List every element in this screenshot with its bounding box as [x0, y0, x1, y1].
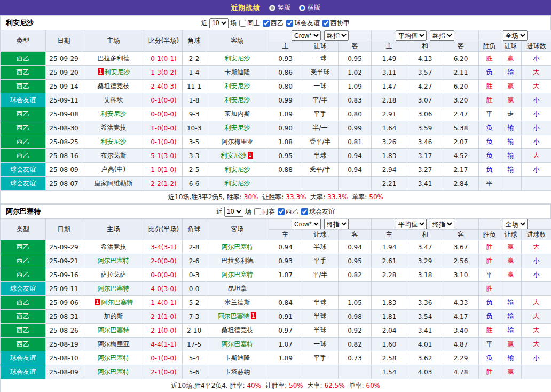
win-rate-value: 30% [244, 193, 258, 201]
home-team-name[interactable]: 阿尔梅里亚 [98, 340, 130, 348]
avg-draw-cell: 3.17 [407, 149, 443, 163]
filter-checkbox[interactable]: 球会友谊 [286, 19, 320, 28]
recent-count-select[interactable]: 10 [224, 207, 243, 217]
average-odds-group: 平均值终指 [372, 219, 479, 230]
away-team-name[interactable]: 卡塔赫纳 [225, 368, 250, 375]
odds-home-cell: 1.09 [269, 107, 302, 121]
radio-selected-icon[interactable] [299, 5, 305, 11]
odds-stage-select[interactable]: 终指 [324, 30, 349, 41]
away-team-name[interactable]: 桑坦德竞技 [222, 326, 254, 334]
home-team-name[interactable]: 阿尔巴塞特 [98, 257, 130, 264]
away-team-name[interactable]: 巴拉多利德 [222, 257, 254, 264]
home-team-name[interactable]: 阿尔巴塞特 [98, 368, 130, 375]
layout-radio-horizontal[interactable]: 横版 [299, 3, 320, 12]
filter-checkbox-input[interactable] [286, 20, 293, 27]
away-team-name[interactable]: 利安尼沙 [225, 82, 250, 90]
home-team-name[interactable]: 加的斯 [104, 312, 123, 320]
away-team-name[interactable]: 卡斯迪隆 [225, 68, 250, 76]
filter-checkbox-label: 同主 [247, 19, 260, 28]
odds-away-cell: 0.73 [339, 351, 372, 365]
team2-results-table: 类型 日期 主场 比分(半场) 角球 客场 Crow*终指 平均值终指 全场 主… [0, 218, 551, 392]
filter-checkbox[interactable]: 西乙 [263, 19, 284, 28]
odds-home-cell: 0.99 [269, 93, 302, 107]
away-team-name[interactable]: 利安尼沙 [225, 124, 250, 131]
home-team-name[interactable]: 皇家阿维勒斯 [95, 179, 133, 187]
corner-cell: 1-8 [183, 93, 206, 107]
away-team-name[interactable]: 米兰德斯 [225, 299, 250, 306]
average-select[interactable]: 平均值 [396, 30, 427, 41]
home-team-name[interactable]: 艾科坎 [104, 96, 123, 104]
odds-stage-select2[interactable]: 终指 [430, 30, 454, 41]
home-team-name[interactable]: 利安尼沙 [101, 138, 127, 145]
home-team-name[interactable]: 桑坦德竞技 [98, 82, 130, 90]
home-team-name[interactable]: 利安尼沙 [101, 110, 127, 117]
home-team-name[interactable]: 布尔戈斯 [101, 152, 127, 159]
away-team-name[interactable]: 昆坦拿 [228, 285, 247, 292]
odds-stage-select2[interactable]: 终指 [430, 219, 454, 229]
filter-checkbox[interactable]: 同赛 [254, 207, 275, 216]
home-team-name[interactable]: 阿尔巴塞特 [98, 326, 130, 334]
filter-checkbox[interactable]: 西乙 [278, 207, 298, 216]
filter-checkbox-input[interactable] [301, 208, 308, 215]
recent-count-select[interactable]: 10 [209, 18, 229, 28]
away-team-name[interactable]: 阿尔巴塞特 [222, 243, 254, 250]
odds-home-cell: 0.93 [269, 52, 302, 66]
filter-checkbox-input[interactable] [263, 20, 270, 27]
cover-cell: 输 [500, 149, 522, 163]
home-team-name[interactable]: 阿尔巴塞特 [98, 285, 130, 292]
home-team-name[interactable]: 阿尔巴塞特 [101, 299, 133, 306]
home-team-name[interactable]: 卢高(中) [101, 166, 125, 173]
filter-checkbox-input[interactable] [322, 20, 329, 27]
big-rate-value: 33.3% [327, 193, 348, 201]
away-team-name[interactable]: 阿尔巴塞特 [222, 271, 254, 278]
away-team-name[interactable]: 利安尼沙 [225, 179, 250, 187]
match-date: 25-08-16 [46, 149, 82, 163]
home-team-name[interactable]: 希洪竞技 [101, 243, 127, 250]
odds-stage-select[interactable]: 终指 [324, 219, 349, 229]
avg-draw-cell: 3.06 [407, 107, 443, 121]
filter-checkbox[interactable]: 西协甲 [322, 19, 350, 28]
away-team-name[interactable]: 利安尼沙 [225, 96, 250, 104]
result-cell: 胜 [479, 240, 500, 254]
goals-cell: 大 [522, 338, 551, 351]
match-row: 西乙 25-09-16 萨拉戈萨 0-0(0-0) 0-3 阿尔巴塞特 1.07… [1, 268, 551, 282]
filter-checkbox-input[interactable] [239, 20, 246, 27]
home-team-name[interactable]: 萨拉戈萨 [101, 271, 127, 278]
league-badge: 球会友谊 [1, 93, 46, 107]
odds-away-cell: 0.81 [339, 135, 372, 149]
odd-rate-label: 单率: [350, 193, 367, 201]
scope-select[interactable]: 全场 [503, 30, 528, 41]
away-team-name[interactable]: 阿尔巴塞特 [218, 312, 250, 320]
home-team-name[interactable]: 希洪竞技 [101, 124, 127, 131]
bookmaker-select[interactable]: Crow* [292, 219, 321, 229]
col-result: 胜负 [479, 41, 500, 52]
away-team-name[interactable]: 利安尼沙 [221, 152, 247, 159]
filter-checkbox-input[interactable] [254, 208, 261, 215]
away-team-name[interactable]: 卡斯迪隆 [225, 354, 250, 362]
team1-filter-bar: 利安尼沙 近 10 场 同主 西乙 球会友谊 西协甲 [0, 15, 551, 30]
filter-checkbox-input[interactable] [278, 208, 285, 215]
radio-unselected-icon[interactable] [269, 5, 276, 11]
away-team-name[interactable]: 阿尔巴塞特 [222, 340, 254, 348]
result-cell: 胜 [479, 282, 500, 296]
col-home: 主场 [82, 219, 145, 240]
match-row: 西乙 25-08-26 阿尔巴塞特 2-1(0-0) 2-10 桑坦德竞技 0.… [1, 324, 551, 338]
average-select[interactable]: 平均值 [396, 219, 427, 229]
home-team-name[interactable]: 巴拉多利德 [98, 54, 130, 62]
scope-select[interactable]: 全场 [503, 219, 528, 229]
bookmaker-select[interactable]: Crow* [292, 30, 321, 41]
away-team-name[interactable]: 利安尼沙 [225, 166, 250, 173]
score-cell: 0-1(0-1) [145, 52, 183, 66]
away-team-name[interactable]: 阿尔梅里亚 [222, 138, 254, 145]
filter-checkbox[interactable]: 球会友谊 [301, 207, 335, 216]
goals-cell: 小 [522, 135, 551, 149]
layout-radio-vertical[interactable]: 竖版 [269, 3, 290, 12]
home-team-name[interactable]: 阿尔巴塞特 [98, 354, 130, 362]
away-team-name[interactable]: 莱加内斯 [225, 110, 250, 117]
away-team-name[interactable]: 利安尼沙 [225, 54, 250, 62]
summary-row: 近10场,胜3平2负5, 胜率:30% 让胜率:33.3% 大率:33.3% 单… [1, 191, 551, 204]
home-team-name[interactable]: 利安尼沙 [105, 68, 130, 76]
filter-checkbox[interactable]: 同主 [239, 19, 260, 28]
odds-away-cell: 0.80 [339, 107, 372, 121]
odds-away-cell [339, 282, 372, 296]
